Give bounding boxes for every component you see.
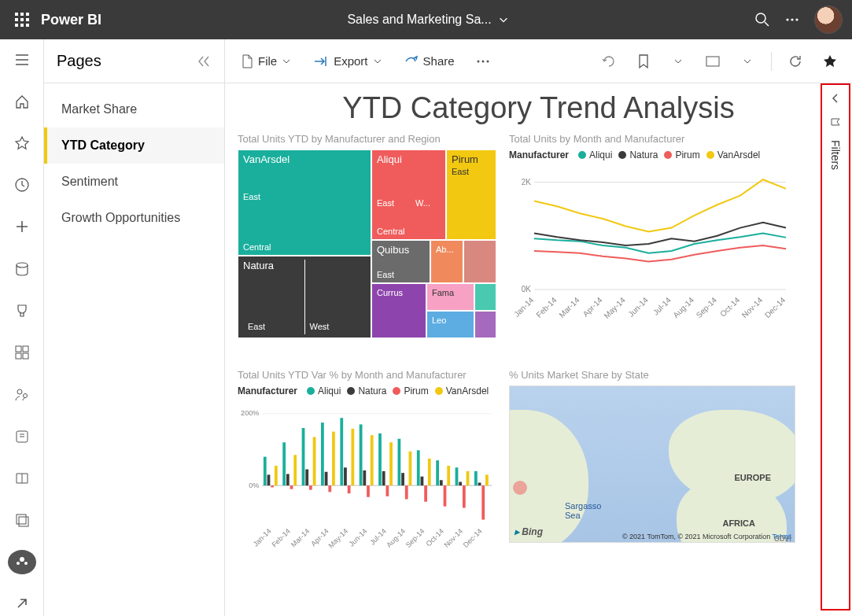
bookmark-dropdown-icon[interactable]: [667, 50, 689, 72]
svg-text:Nov-14: Nov-14: [740, 295, 765, 319]
svg-rect-5: [26, 18, 29, 21]
hamburger-icon[interactable]: [8, 47, 36, 72]
svg-rect-55: [275, 466, 278, 485]
svg-text:Mar-14: Mar-14: [557, 295, 581, 319]
svg-rect-75: [351, 429, 354, 485]
svg-rect-68: [325, 472, 328, 485]
svg-rect-0: [15, 13, 18, 16]
viz-bar-chart[interactable]: Total Units YTD Var % by Month and Manuf…: [231, 364, 503, 569]
svg-rect-7: [20, 24, 24, 27]
svg-rect-16: [16, 346, 21, 352]
refresh-icon[interactable]: [784, 50, 806, 72]
app-header: Power BI Sales and Marketing Sa...: [0, 0, 852, 39]
collapse-pages-icon[interactable]: [196, 53, 212, 69]
external-link-icon[interactable]: [8, 592, 36, 616]
svg-rect-67: [321, 422, 324, 485]
svg-rect-4: [20, 18, 24, 21]
filters-label: Filters: [829, 140, 842, 170]
view-dropdown-icon[interactable]: [736, 50, 758, 72]
svg-text:May-14: May-14: [602, 295, 627, 320]
svg-rect-109: [481, 485, 485, 519]
report-content: File Export Share YTD Cate: [225, 39, 852, 616]
legend: Manufacturer Aliqui Natura Pirum VanArsd…: [509, 149, 795, 160]
svg-point-21: [23, 394, 27, 398]
page-item-market-share[interactable]: Market Share: [44, 91, 224, 127]
goals-icon[interactable]: [8, 298, 36, 323]
viz-title: Total Units by Month and Manufacturer: [509, 133, 795, 145]
svg-text:Oct-14: Oct-14: [425, 527, 445, 548]
brand-label: Power BI: [41, 12, 101, 28]
apps-icon[interactable]: [8, 341, 36, 365]
my-workspace-icon[interactable]: [8, 550, 36, 574]
bookmark-icon[interactable]: [633, 50, 655, 72]
page-item-sentiment[interactable]: Sentiment: [44, 164, 224, 200]
svg-point-20: [17, 389, 22, 394]
svg-text:Jun-14: Jun-14: [348, 527, 369, 548]
svg-text:May-14: May-14: [327, 527, 350, 550]
svg-line-10: [765, 22, 769, 26]
svg-text:Aug-14: Aug-14: [385, 527, 407, 549]
svg-point-11: [786, 18, 788, 20]
shared-icon[interactable]: [8, 382, 36, 407]
svg-rect-82: [378, 433, 382, 485]
file-menu[interactable]: File: [236, 51, 296, 72]
svg-rect-58: [286, 474, 290, 486]
share-button[interactable]: Share: [400, 51, 459, 71]
svg-text:Feb-14: Feb-14: [271, 527, 293, 549]
pages-panel-title: Pages: [57, 52, 101, 70]
svg-rect-108: [478, 482, 481, 485]
svg-rect-18: [16, 353, 21, 359]
create-icon[interactable]: [8, 215, 36, 239]
svg-rect-24: [19, 517, 28, 526]
viz-line-chart[interactable]: Total Units by Month and Manufacturer Ma…: [503, 128, 802, 364]
svg-text:Dec-14: Dec-14: [763, 295, 787, 319]
bookmark-small-icon[interactable]: [830, 116, 841, 127]
svg-text:Oct-14: Oct-14: [718, 295, 741, 318]
deployment-icon[interactable]: [8, 507, 36, 532]
home-icon[interactable]: [8, 89, 36, 113]
expand-filters-icon[interactable]: [830, 93, 841, 104]
svg-rect-80: [371, 435, 374, 485]
recent-icon[interactable]: [8, 173, 36, 197]
datasets-icon[interactable]: [8, 256, 36, 281]
svg-rect-88: [401, 473, 404, 485]
svg-rect-84: [385, 485, 389, 496]
viz-map[interactable]: % Units Market Share by State EUROPE AFR…: [503, 364, 802, 569]
chevron-down-icon[interactable]: [498, 14, 509, 25]
svg-rect-97: [436, 460, 439, 485]
report-canvas: YTD Category Trend Analysis Total Units …: [225, 83, 852, 616]
search-icon[interactable]: [754, 12, 770, 28]
svg-rect-103: [459, 482, 462, 486]
filters-pane-collapsed[interactable]: Filters: [821, 83, 850, 610]
favorites-icon[interactable]: [8, 131, 36, 155]
page-item-ytd-category[interactable]: YTD Category: [44, 127, 224, 164]
page-item-growth[interactable]: Growth Opportunities: [44, 200, 224, 236]
reset-icon[interactable]: [598, 50, 620, 72]
view-icon[interactable]: [702, 50, 724, 72]
svg-rect-110: [485, 474, 489, 485]
svg-rect-95: [428, 459, 431, 485]
svg-rect-60: [293, 455, 297, 485]
svg-point-13: [795, 18, 798, 20]
svg-rect-79: [367, 485, 370, 497]
favorite-star-icon[interactable]: [819, 50, 841, 72]
viz-treemap[interactable]: Total Units YTD by Manufacturer and Regi…: [231, 128, 503, 364]
svg-point-28: [477, 60, 479, 62]
app-launcher-icon[interactable]: [9, 7, 35, 32]
learn-icon[interactable]: [8, 424, 36, 448]
export-menu[interactable]: Export: [308, 51, 386, 71]
user-avatar[interactable]: [814, 6, 843, 34]
map-attribution: © 2021 TomTom, © 2021 Microsoft Corporat…: [622, 533, 791, 540]
svg-text:0K: 0K: [522, 285, 532, 293]
svg-text:Jan-14: Jan-14: [252, 527, 273, 548]
svg-rect-62: [302, 428, 305, 485]
more-options-icon[interactable]: [472, 50, 494, 72]
svg-rect-59: [290, 485, 293, 489]
svg-rect-8: [26, 24, 29, 27]
svg-rect-85: [389, 442, 393, 485]
svg-rect-69: [328, 485, 331, 492]
report-name[interactable]: Sales and Marketing Sa...: [347, 13, 491, 27]
workspaces-icon[interactable]: [8, 466, 36, 490]
svg-text:2K: 2K: [522, 178, 532, 186]
more-icon[interactable]: [784, 12, 800, 28]
